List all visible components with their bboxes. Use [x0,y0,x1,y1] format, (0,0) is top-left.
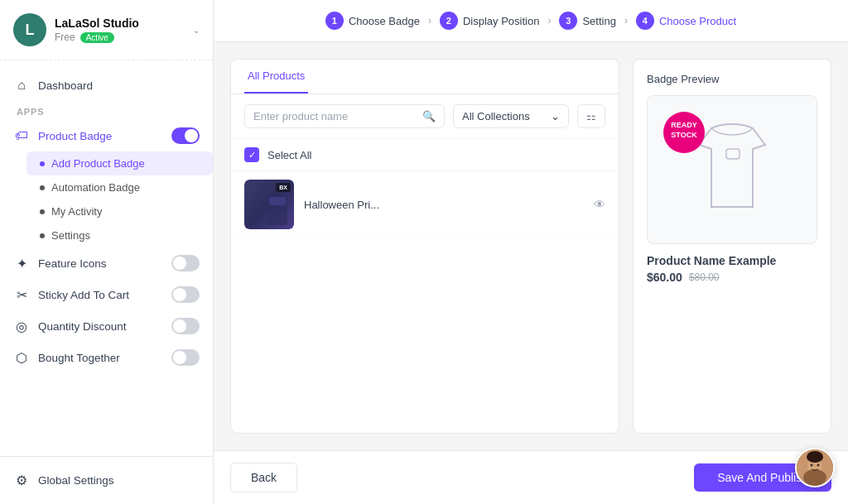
sidebar-item-global-settings[interactable]: ⚙ Global Settings [0,465,213,496]
sub-dot-icon [40,209,45,214]
svg-rect-1 [269,197,286,205]
step-4: 4 Choose Product [636,12,736,30]
sidebar-item-product-badge[interactable]: 🏷 Product Badge [0,120,213,151]
step-4-label: Choose Product [659,15,736,27]
step-3-label: Setting [582,15,615,27]
arrow-icon-3: › [624,15,628,26]
dashboard-label: Dashboard [38,79,93,92]
sidebar-item-dashboard[interactable]: ⌂ Dashboard [0,70,213,100]
store-name: LaLaSol Studio [55,17,139,30]
sub-dot-icon [40,161,45,166]
preview-title: Badge Preview [647,73,817,85]
product-list: BX Halloween Pri... 👁 [231,171,619,433]
select-all-row: ✓ Select All [231,139,619,171]
product-image: BX [244,180,294,229]
svg-point-10 [817,464,820,467]
svg-rect-0 [267,202,287,225]
content-area: All Products 🔍 All Collections ⌄ ⚏ ✓ [214,42,848,450]
bought-together-label: Bought Together [38,352,120,364]
visibility-icon[interactable]: 👁 [594,198,605,211]
back-button[interactable]: Back [230,463,297,492]
filter-icon: ⚏ [586,110,596,122]
product-name: Halloween Pri... [304,199,584,211]
badge-icon: 🏷 [13,128,30,143]
select-all-checkbox[interactable]: ✓ [244,147,259,162]
panel-tabs: All Products [231,60,619,94]
step-2-number: 2 [440,12,458,30]
sub-dot-icon [40,185,45,190]
main-content: 1 Choose Badge › 2 Display Position › 3 … [214,0,848,504]
feature-icons-icon: ✦ [13,256,30,271]
step-3-number: 3 [559,12,577,30]
sidebar-item-quantity-discount[interactable]: ◎ Quantity Discount [0,310,213,342]
arrow-icon-1: › [428,15,431,26]
sidebar-item-feature-icons[interactable]: ✦ Feature Icons [0,247,213,279]
sidebar-item-bought-together[interactable]: ⬡ Bought Together [0,342,213,373]
product-panel: All Products 🔍 All Collections ⌄ ⚏ ✓ [230,59,619,434]
preview-card: READY STOCK [647,95,817,244]
sidebar-item-settings[interactable]: Settings [26,223,213,247]
step-2-label: Display Position [463,15,540,27]
collection-label: All Collections [462,110,530,122]
sub-dot-icon [40,233,45,238]
svg-point-8 [803,469,826,486]
price-old: $80.00 [689,271,720,283]
store-plan: Free Active [55,31,139,43]
product-badge-subnav: Add Product Badge Automation Badge My Ac… [0,151,213,247]
sidebar-item-automation-badge[interactable]: Automation Badge [26,175,213,199]
step-3: 3 Setting [559,12,615,30]
step-1: 1 Choose Badge [325,12,420,30]
svg-text:STOCK: STOCK [671,131,697,139]
sidebar-bottom: ⚙ Global Settings [0,456,213,504]
store-info: LaLaSol Studio Free Active [55,17,139,43]
sidebar-item-my-activity[interactable]: My Activity [26,199,213,223]
step-1-label: Choose Badge [349,15,420,27]
price-new: $60.00 [647,271,682,284]
badge-preview-panel: Badge Preview READY STOCK Produ [633,59,831,434]
svg-text:READY: READY [671,121,697,129]
chat-avatar-face [797,449,833,486]
svg-rect-5 [726,149,740,159]
quantity-discount-icon: ◎ [13,319,30,334]
preview-product-name: Product Name Example [647,254,817,267]
sidebar-item-sticky-cart[interactable]: ✂ Sticky Add To Cart [0,279,213,310]
avatar: L [13,13,46,46]
tab-all-products[interactable]: All Products [244,60,308,94]
bought-together-toggle[interactable] [171,349,200,366]
product-badge-label: Product Badge [38,130,112,142]
sidebar-header[interactable]: L LaLaSol Studio Free Active ⌄ [0,0,213,60]
search-box[interactable]: 🔍 [244,104,445,128]
collection-select[interactable]: All Collections ⌄ [453,104,569,128]
stepper: 1 Choose Badge › 2 Display Position › 3 … [214,0,848,42]
product-badge-toggle[interactable] [171,127,200,144]
svg-point-9 [811,464,813,467]
filter-button[interactable]: ⚏ [577,104,605,128]
sticky-cart-toggle[interactable] [171,286,200,303]
feature-icons-toggle[interactable] [171,255,200,271]
collection-chevron-icon: ⌄ [551,110,560,122]
chat-bubble[interactable] [795,448,835,487]
sidebar-navigation: ⌂ Dashboard APPS 🏷 Product Badge Add Pro… [0,60,213,383]
chat-avatar [797,449,833,486]
global-settings-label: Global Settings [38,474,114,487]
product-item[interactable]: BX Halloween Pri... 👁 [231,171,619,238]
badge-sticker: READY STOCK [662,111,706,154]
sidebar: L LaLaSol Studio Free Active ⌄ ⌂ Dashboa… [0,0,214,504]
feature-icons-label: Feature Icons [38,257,107,270]
global-settings-icon: ⚙ [13,473,30,488]
search-input[interactable] [253,110,416,122]
step-4-number: 4 [636,12,654,30]
price-row: $60.00 $80.00 [647,271,817,284]
ready-stock-badge-svg: READY STOCK [662,111,706,154]
step-1-number: 1 [325,12,344,30]
panel-filters: 🔍 All Collections ⌄ ⚏ [231,94,619,139]
search-icon: 🔍 [422,110,436,122]
sticky-cart-icon: ✂ [13,287,30,303]
bought-together-icon: ⬡ [13,350,30,366]
product-image-illustration [264,195,291,225]
quantity-discount-toggle[interactable] [171,318,200,334]
home-icon: ⌂ [13,78,30,93]
chevron-down-icon[interactable]: ⌄ [193,26,200,35]
apps-section-label: APPS [0,100,213,120]
sidebar-item-add-product-badge[interactable]: Add Product Badge [26,151,213,175]
